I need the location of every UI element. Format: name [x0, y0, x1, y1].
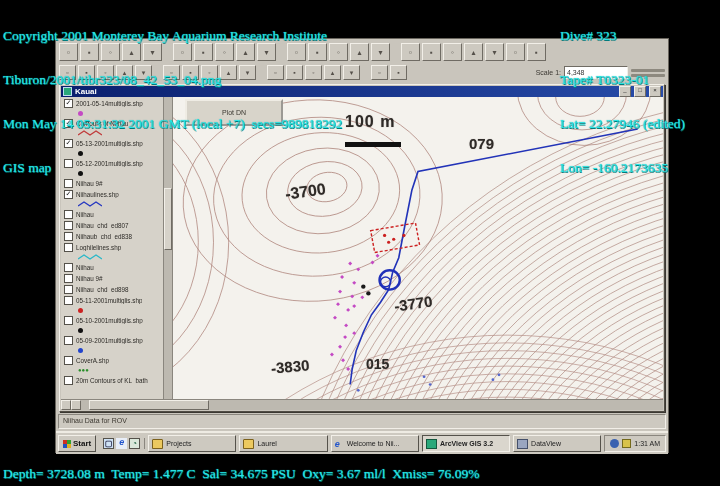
layer-checkbox[interactable]	[64, 263, 73, 272]
map-view[interactable]: Plot DN 100 m 079 -3700 -3770 -3830 015	[173, 97, 663, 399]
legend-item[interactable]: Niihau	[64, 210, 162, 219]
legend-item[interactable]: CoverA.shp●●●	[64, 356, 162, 374]
toolbar-button[interactable]: ▾	[143, 43, 162, 61]
toolbar-button[interactable]: ▫	[287, 43, 306, 61]
sample-marker	[330, 353, 334, 357]
layer-checkbox[interactable]: ✓	[64, 99, 73, 108]
toolbar-button[interactable]: ▾	[371, 43, 390, 61]
toolbar-button[interactable]: ▪	[422, 43, 441, 61]
layer-checkbox[interactable]	[64, 316, 73, 325]
toolbar-button[interactable]: ◦	[201, 65, 218, 80]
legend-item[interactable]: 05-11-2001multiglis.shp	[64, 296, 162, 314]
taskbar-task-laurel[interactable]: Laurel	[239, 435, 327, 452]
legend-item[interactable]: Niihau 9#	[64, 274, 162, 283]
plot-dn-button[interactable]: Plot DN	[185, 99, 283, 126]
layer-checkbox[interactable]	[64, 179, 73, 188]
legend-item[interactable]: ✓05-13-2001multiglis.shp	[64, 139, 162, 157]
scrollbar-thumb[interactable]	[89, 400, 209, 410]
toolbar-button[interactable]: ▾	[485, 43, 504, 61]
toolbar-button[interactable]: ▴	[122, 43, 141, 61]
toolbar-button[interactable]: ▴	[324, 65, 341, 80]
taskbar-task-dataview[interactable]: DataView	[513, 435, 601, 452]
document-titlebar[interactable]: Kauai _ □ ×	[61, 86, 663, 97]
layer-checkbox[interactable]	[64, 356, 73, 365]
layer-checkbox[interactable]: ✓	[64, 119, 73, 128]
layer-checkbox[interactable]	[64, 243, 73, 252]
toolbar-button[interactable]: ▴	[220, 65, 237, 80]
toolbar-button[interactable]: ◦	[443, 43, 462, 61]
toolbar-button[interactable]: ▫	[163, 65, 180, 80]
toolbar-button[interactable]: ▪	[390, 65, 407, 80]
taskbar-task-projects[interactable]: Projects	[148, 435, 236, 452]
legend-item[interactable]: Niihau 9#	[64, 179, 162, 188]
layer-checkbox[interactable]	[64, 376, 73, 385]
toolbar-button[interactable]: ▫	[173, 43, 192, 61]
toolbar-button[interactable]: ▫	[506, 43, 525, 61]
legend-item[interactable]: 05-10-2001multiglis.shp	[64, 316, 162, 334]
toolbar-button[interactable]: ▫	[401, 43, 420, 61]
legend-item[interactable]: ✓2001-05-14multiglis.shp	[64, 99, 162, 117]
volume-icon[interactable]	[610, 439, 619, 448]
layer-checkbox[interactable]	[64, 296, 73, 305]
toolbar-button[interactable]: ◦	[97, 65, 114, 80]
toolbar-button[interactable]: ▴	[116, 65, 133, 80]
legend-item[interactable]: Niihau_chd_ed807	[64, 221, 162, 230]
layer-checkbox[interactable]	[64, 285, 73, 294]
toolbar-button[interactable]: ▪	[80, 43, 99, 61]
toolbar-button[interactable]: ▾	[135, 65, 152, 80]
toolbar-button[interactable]: ▪	[527, 43, 546, 61]
scale-input[interactable]: 4,348	[564, 66, 628, 79]
tray-app-icon[interactable]	[622, 439, 631, 448]
legend-item[interactable]: 05-12-2001multiglis.shp	[64, 159, 162, 177]
toolbar-button[interactable]: ▪	[286, 65, 303, 80]
layer-checkbox[interactable]	[64, 210, 73, 219]
taskbar-task-arcview-gis-3-2[interactable]: ArcView GIS 3.2	[422, 435, 510, 452]
toolbar-button[interactable]: ▾	[257, 43, 276, 61]
layer-checkbox[interactable]: ✓	[64, 190, 73, 199]
layer-checkbox[interactable]	[64, 221, 73, 230]
toolbar-button[interactable]: ▴	[350, 43, 369, 61]
scroll-left-icon[interactable]	[61, 400, 71, 410]
internet-explorer-icon[interactable]: e	[116, 438, 127, 449]
toolbar-button[interactable]: ▪	[182, 65, 199, 80]
toolbar-button[interactable]: ▪	[308, 43, 327, 61]
legend-item[interactable]: 05-09-2001multiglis.shp	[64, 336, 162, 354]
toolbar-button[interactable]: ◦	[305, 65, 322, 80]
taskbar-task-welcome-to-nii-[interactable]: eWelcome to Nii...	[331, 435, 419, 452]
toolbar-button[interactable]: ▫	[59, 65, 76, 80]
layer-checkbox[interactable]	[64, 336, 73, 345]
layer-checkbox[interactable]	[64, 159, 73, 168]
toolbar-button[interactable]: ▾	[343, 65, 360, 80]
close-icon[interactable]: ×	[649, 86, 661, 97]
toolbar-button[interactable]: ▫	[371, 65, 388, 80]
toolbar-button[interactable]: ▴	[236, 43, 255, 61]
scroll-right-icon[interactable]	[71, 400, 81, 410]
horizontal-scrollbar[interactable]	[61, 399, 663, 410]
layer-checkbox[interactable]	[64, 274, 73, 283]
toolbar-button[interactable]: ◦	[329, 43, 348, 61]
toolbar-button[interactable]: ◦	[215, 43, 234, 61]
toolbar-button[interactable]: ▫	[59, 43, 78, 61]
legend-item[interactable]: Loghilelines.shp	[64, 243, 162, 261]
toolbar-button[interactable]: ◦	[101, 43, 120, 61]
legend-item[interactable]: Niihau_chd_ed898	[64, 285, 162, 294]
legend-item[interactable]: 20m Contours of KL_bath	[64, 376, 162, 385]
toolbar-button[interactable]: ▴	[464, 43, 483, 61]
layer-checkbox[interactable]	[64, 232, 73, 241]
legend-item[interactable]: ✓Niihaulines.shp	[64, 190, 162, 208]
launch-icon[interactable]: ◔	[129, 438, 140, 449]
legend-scrollbar-thumb[interactable]	[164, 188, 172, 250]
layer-checkbox[interactable]: ✓	[64, 139, 73, 148]
minimize-icon[interactable]: _	[619, 86, 631, 97]
start-button[interactable]: Start	[58, 435, 96, 452]
legend-item[interactable]: Niihau	[64, 263, 162, 272]
legend-scrollbar[interactable]	[163, 97, 172, 399]
toolbar-button[interactable]: ▪	[78, 65, 95, 80]
toolbar-button[interactable]: ▫	[267, 65, 284, 80]
show-desktop-icon[interactable]: ▢	[103, 438, 114, 449]
legend-item[interactable]: ✓Contours of Niihau	[64, 119, 162, 137]
maximize-icon[interactable]: □	[634, 86, 646, 97]
toolbar-button[interactable]: ▪	[194, 43, 213, 61]
toolbar-button[interactable]: ▾	[239, 65, 256, 80]
legend-item[interactable]: Niihaub_chd_ed838	[64, 232, 162, 241]
